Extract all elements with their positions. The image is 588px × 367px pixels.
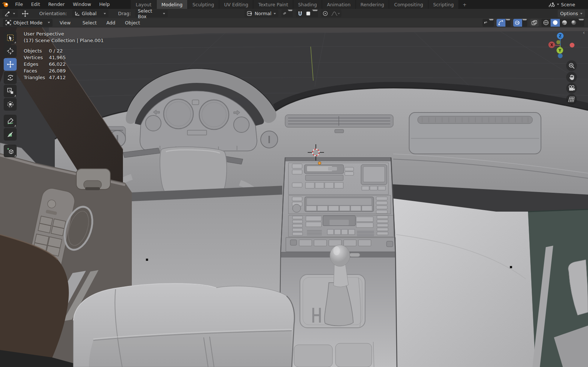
toggle-ortho-icon — [568, 96, 575, 102]
orientation-dropdown[interactable]: Global — [72, 10, 108, 17]
mode-dropdown[interactable]: Object Mode — [3, 19, 53, 27]
annotate-icon — [7, 117, 14, 125]
measure-tool[interactable] — [4, 128, 17, 141]
falloff-curve-icon — [331, 11, 338, 16]
active-tool-dropdown[interactable] — [2, 10, 18, 17]
add-workspace-button[interactable]: + — [459, 0, 470, 9]
sidebar-collapse-arrow[interactable]: ‹ — [583, 30, 585, 36]
svg-text:Z: Z — [559, 34, 561, 38]
axis-neg-z[interactable] — [558, 54, 563, 58]
passenger-seat — [73, 283, 294, 367]
tab-animation[interactable]: Animation — [322, 0, 356, 9]
gizmos-dropdown[interactable] — [505, 19, 511, 27]
radio-knob — [293, 204, 301, 212]
menu-add[interactable]: Add — [103, 20, 118, 26]
options-dropdown[interactable]: Options — [558, 10, 585, 17]
shading-dropdown[interactable] — [578, 19, 584, 27]
shading-solid-button[interactable] — [551, 19, 560, 27]
mode-value: Object Mode — [13, 20, 43, 26]
move-tool[interactable] — [4, 58, 17, 71]
menu-window[interactable]: Window — [69, 0, 95, 9]
zoom-icon — [568, 63, 575, 69]
axis-neg-x[interactable] — [570, 43, 575, 48]
viewport-header: Object Mode View Select Add Object — [0, 18, 588, 27]
shading-rendered-button[interactable] — [569, 19, 578, 27]
menu-render[interactable]: Render — [44, 0, 69, 9]
orientation-label: Orientation: — [39, 11, 67, 16]
rendered-shading-icon — [571, 20, 577, 26]
tab-shading[interactable]: Shading — [293, 0, 322, 9]
pan-hand-icon — [568, 74, 575, 81]
overlays-dropdown[interactable] — [522, 19, 527, 27]
select-box-tool[interactable] — [4, 31, 17, 44]
tab-compositing[interactable]: Compositing — [389, 0, 428, 9]
annotate-tool[interactable] — [4, 115, 17, 127]
drag-label: Drag: — [118, 11, 131, 16]
chevron-down-icon — [557, 4, 559, 5]
shading-material-button[interactable] — [560, 19, 569, 27]
menu-file[interactable]: File — [11, 0, 27, 9]
perspective-toggle-button[interactable] — [566, 94, 577, 105]
snap-toggle-button[interactable] — [296, 10, 304, 17]
active-tool-icon — [5, 11, 11, 16]
transform-tool[interactable] — [4, 98, 17, 111]
show-object-types-icon — [482, 19, 489, 27]
snap-with-button[interactable] — [304, 10, 312, 17]
measure-icon — [7, 131, 14, 138]
scene-icon — [549, 2, 555, 7]
topbar: File Edit Render Window Help Layout Mode… — [0, 0, 588, 9]
transform-tool-icon — [7, 101, 14, 108]
add-cube-tool[interactable] — [4, 145, 17, 157]
menu-edit[interactable]: Edit — [27, 0, 44, 9]
solid-shading-icon — [552, 20, 558, 26]
tool-shelf — [4, 31, 17, 157]
zoom-button[interactable] — [566, 60, 577, 71]
menu-select[interactable]: Select — [79, 20, 100, 26]
pivot-icon — [247, 11, 253, 16]
pan-button[interactable] — [566, 72, 577, 83]
tab-texture-paint[interactable]: Texture Paint — [253, 0, 293, 9]
menu-object[interactable]: Object — [121, 20, 143, 26]
scale-tool[interactable] — [4, 85, 17, 97]
camera-view-icon — [568, 85, 575, 91]
tab-layout[interactable]: Layout — [131, 0, 157, 9]
orientation-value: Global — [82, 11, 97, 16]
tab-sculpting[interactable]: Sculpting — [188, 0, 219, 9]
axis-gizmo[interactable]: Z X Y — [546, 31, 577, 61]
falloff-dropdown[interactable] — [330, 10, 341, 17]
magnet-icon — [297, 11, 303, 16]
blender-logo-icon[interactable] — [0, 1, 11, 7]
pivot-point-dropdown[interactable]: Normal — [244, 10, 278, 17]
xray-toggle[interactable] — [530, 19, 539, 27]
scene-selector[interactable]: Scene — [549, 2, 588, 7]
shading-wireframe-button[interactable] — [541, 19, 551, 27]
snap-increment-icon — [306, 11, 311, 16]
gizmos-toggle[interactable] — [497, 19, 505, 27]
3d-viewport[interactable]: User Perspective (17) Scene Collection |… — [0, 27, 588, 367]
tab-uv-editing[interactable]: UV Editing — [219, 0, 253, 9]
tab-scripting[interactable]: Scripting — [428, 0, 459, 9]
hazard-button — [335, 129, 344, 133]
material-preview-icon — [561, 20, 568, 26]
axis-neg-y[interactable] — [557, 40, 561, 44]
object-visibility-dropdown[interactable] — [482, 19, 494, 27]
drag-value: Select Box — [138, 8, 161, 19]
tab-rendering[interactable]: Rendering — [356, 0, 390, 9]
vertex-marker-left — [146, 259, 148, 261]
menu-help[interactable]: Help — [95, 0, 114, 9]
cursor-tool[interactable] — [4, 45, 17, 57]
menu-view[interactable]: View — [56, 20, 74, 26]
shifter-knob — [330, 245, 350, 266]
overlays-toggle[interactable] — [513, 19, 522, 27]
tab-modeling[interactable]: Modeling — [157, 0, 188, 9]
move-tool-icon — [21, 10, 30, 17]
snap-target-dropdown[interactable] — [281, 10, 293, 17]
drag-dropdown[interactable]: Select Box — [135, 10, 168, 17]
rotate-tool[interactable] — [4, 71, 17, 84]
proportional-edit-toggle[interactable] — [321, 10, 330, 17]
snap-with-chevron[interactable] — [312, 10, 318, 17]
scale-tool-icon — [7, 87, 14, 95]
camera-view-button[interactable] — [566, 83, 577, 94]
overlays-icon — [515, 20, 521, 26]
xray-toggle-icon — [531, 20, 537, 26]
